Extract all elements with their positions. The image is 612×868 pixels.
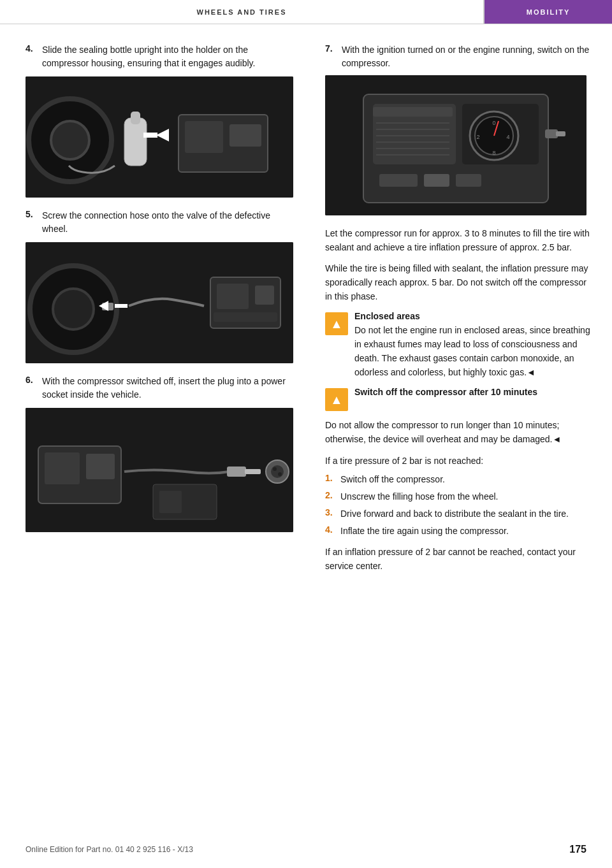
- svg-point-12: [53, 289, 94, 329]
- step-5: 5. Screw the connection hose onto the va…: [26, 209, 293, 363]
- step-7-header: 7. With the ignition turned on or the en…: [325, 43, 593, 70]
- right-column: 7. With the ignition turned on or the en…: [312, 43, 612, 581]
- step-5-header: 5. Screw the connection hose onto the va…: [26, 209, 293, 236]
- step-5-image: [26, 242, 293, 363]
- warning-2-title: Switch off the compressor after 10 minut…: [354, 387, 593, 397]
- svg-rect-17: [217, 284, 249, 309]
- warning-icon-2: ▲: [325, 388, 348, 411]
- step-5-svg: [26, 242, 293, 363]
- header-section-right: MOBILITY: [484, 0, 612, 24]
- final-text: If an inflation pressure of 2 bar cannot…: [325, 546, 593, 573]
- step-7-number: 7.: [325, 43, 338, 70]
- step-4-text: Slide the sealing bottle upright into th…: [42, 43, 293, 70]
- page-content: 4. Slide the sealing bottle upright into…: [0, 24, 612, 619]
- svg-rect-6: [124, 118, 147, 166]
- svg-rect-37: [424, 174, 449, 187]
- svg-rect-22: [45, 452, 80, 484]
- svg-rect-15: [115, 304, 127, 308]
- svg-rect-25: [245, 469, 261, 474]
- mobility-title: MOBILITY: [527, 8, 571, 16]
- svg-point-28: [273, 467, 277, 471]
- svg-rect-36: [379, 174, 418, 187]
- step-7: 7. With the ignition turned on or the en…: [325, 43, 593, 215]
- warning-1-title: Enclosed areas: [354, 311, 593, 321]
- sub-step-2-num: 2.: [325, 490, 337, 503]
- sub-step-4-text: Inflate the tire again using the compres…: [340, 524, 509, 538]
- step-6: 6. With the compressor switched off, ins…: [26, 375, 293, 532]
- page-footer: Online Edition for Part no. 01 40 2 925 …: [0, 844, 612, 855]
- svg-rect-9: [143, 133, 157, 138]
- svg-rect-5: [229, 124, 261, 147]
- page-header: WHEELS AND TIRES MOBILITY: [0, 0, 612, 24]
- svg-text:0: 0: [492, 120, 495, 126]
- if-pressure-text: If a tire pressure of 2 bar is not reach…: [325, 454, 593, 468]
- sub-step-3-num: 3.: [325, 507, 337, 521]
- sub-step-2-text: Unscrew the filling hose from the wheel.: [340, 490, 498, 503]
- warning-2-text-para: Do not allow the compressor to run longe…: [325, 419, 593, 446]
- sub-step-2: 2. Unscrew the filling hose from the whe…: [325, 490, 593, 503]
- step-6-image: [26, 408, 293, 532]
- svg-text:2: 2: [476, 134, 479, 140]
- step-6-svg: [26, 408, 293, 532]
- sub-step-1: 1. Switch off the compressor.: [325, 473, 593, 486]
- svg-rect-48: [373, 107, 453, 117]
- sub-step-1-text: Switch off the compressor.: [340, 473, 445, 486]
- footer-page-number: 175: [569, 844, 586, 855]
- warning-switch-off: ▲ Switch off the compressor after 10 min…: [325, 387, 593, 411]
- sub-step-1-num: 1.: [325, 473, 337, 486]
- step-6-text: With the compressor switched off, insert…: [42, 375, 293, 401]
- sub-step-3: 3. Drive forward and back to distribute …: [325, 507, 593, 521]
- svg-rect-23: [86, 454, 115, 479]
- svg-rect-19: [214, 312, 277, 322]
- body-para-2: While the tire is being filled with seal…: [325, 262, 593, 303]
- step-6-number: 6.: [26, 375, 38, 401]
- sub-steps-list: 1. Switch off the compressor. 2. Unscrew…: [325, 473, 593, 538]
- step-7-image: 0 4 8 2: [325, 75, 586, 215]
- warning-1-text: Do not let the engine run in enclosed ar…: [354, 324, 593, 379]
- svg-rect-38: [456, 174, 481, 187]
- header-section-left: WHEELS AND TIRES: [0, 0, 484, 24]
- svg-point-27: [271, 465, 284, 478]
- svg-rect-4: [185, 121, 223, 153]
- svg-point-29: [278, 472, 282, 476]
- step-4-image: [26, 76, 293, 198]
- svg-rect-31: [159, 491, 182, 513]
- svg-rect-24: [227, 467, 246, 477]
- step-5-number: 5.: [26, 209, 38, 236]
- left-column: 4. Slide the sealing bottle upright into…: [0, 43, 312, 581]
- warning-1-content: Enclosed areas Do not let the engine run…: [354, 311, 593, 379]
- sub-step-4: 4. Inflate the tire again using the comp…: [325, 524, 593, 538]
- warning-2-content: Switch off the compressor after 10 minut…: [354, 387, 593, 400]
- svg-rect-7: [131, 112, 140, 124]
- sub-step-4-num: 4.: [325, 524, 337, 538]
- svg-text:4: 4: [506, 134, 509, 140]
- svg-rect-47: [556, 131, 565, 136]
- step-4-number: 4.: [26, 43, 38, 70]
- step-4-header: 4. Slide the sealing bottle upright into…: [26, 43, 293, 70]
- svg-rect-18: [255, 286, 274, 305]
- sub-step-3-text: Drive forward and back to distribute the…: [340, 507, 569, 521]
- step-7-text: With the ignition turned on or the engin…: [342, 43, 593, 70]
- svg-point-2: [51, 121, 89, 159]
- body-para-1: Let the compressor run for approx. 3 to …: [325, 227, 593, 254]
- svg-text:8: 8: [492, 150, 495, 156]
- step-4-svg: [26, 76, 293, 198]
- footer-online-text: Online Edition for Part no. 01 40 2 925 …: [26, 845, 193, 854]
- wheels-tires-title: WHEELS AND TIRES: [197, 8, 287, 16]
- step-5-text: Screw the connection hose onto the valve…: [42, 209, 293, 236]
- step-6-header: 6. With the compressor switched off, ins…: [26, 375, 293, 401]
- step-4: 4. Slide the sealing bottle upright into…: [26, 43, 293, 198]
- warning-enclosed-areas: ▲ Enclosed areas Do not let the engine r…: [325, 311, 593, 379]
- step-7-svg: 0 4 8 2: [325, 75, 586, 215]
- warning-icon-1: ▲: [325, 312, 348, 335]
